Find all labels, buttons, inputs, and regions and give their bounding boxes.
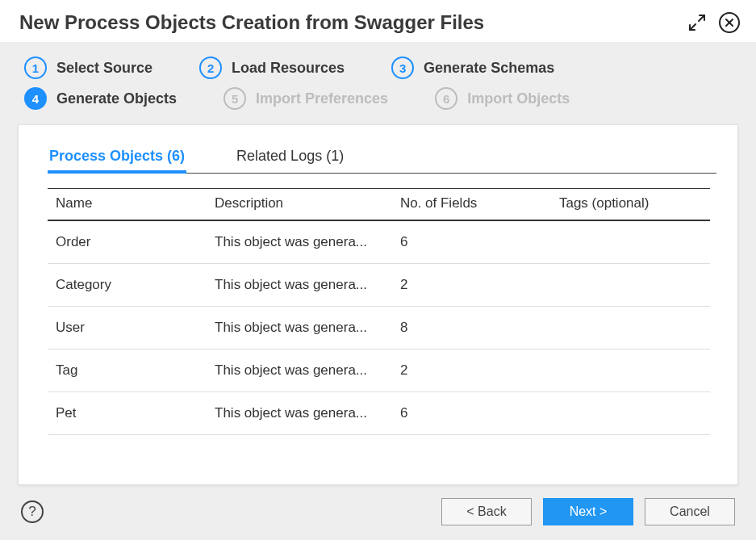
- step-label: Load Resources: [232, 60, 345, 77]
- dialog-window: New Process Objects Creation from Swagge…: [0, 0, 756, 540]
- step-label: Import Objects: [467, 90, 570, 107]
- table-header-row: Name Description No. of Fields Tags (opt…: [48, 189, 710, 221]
- step-number: 2: [199, 57, 222, 79]
- col-description-header: Description: [207, 189, 392, 221]
- step-label: Import Preferences: [256, 90, 388, 107]
- tab-process-objects[interactable]: Process Objects (6): [48, 143, 186, 173]
- table-row[interactable]: User This object was genera... 8: [48, 307, 710, 350]
- help-button[interactable]: ?: [21, 500, 44, 523]
- cell-tags: [551, 350, 710, 392]
- table-row[interactable]: Tag This object was genera... 2: [48, 350, 710, 392]
- step-number: 1: [24, 57, 47, 79]
- cell-tags: [551, 220, 710, 264]
- table-scroll[interactable]: Name Description No. of Fields Tags (opt…: [48, 188, 716, 476]
- step-number: 6: [435, 87, 457, 110]
- step-generate-schemas[interactable]: 3 Generate Schemas: [391, 57, 554, 79]
- close-icon: [719, 12, 740, 33]
- step-select-source[interactable]: 1 Select Source: [24, 57, 152, 79]
- titlebar: New Process Objects Creation from Swagge…: [0, 0, 756, 42]
- svg-line-0: [699, 15, 704, 21]
- step-number: 4: [24, 87, 47, 110]
- step-number: 5: [223, 87, 246, 110]
- dialog-footer: ? < Back Next > Cancel: [18, 485, 738, 525]
- table-row[interactable]: Order This object was genera... 6: [48, 220, 710, 264]
- cell-fields: 8: [392, 307, 551, 350]
- cell-tags: [551, 264, 710, 307]
- cell-description: This object was genera...: [207, 307, 392, 350]
- content-panel: Process Objects (6) Related Logs (1) Nam…: [18, 124, 738, 485]
- step-import-preferences: 5 Import Preferences: [223, 87, 388, 110]
- back-button[interactable]: < Back: [441, 498, 532, 525]
- wizard-stepper: 1 Select Source 2 Load Resources 3 Gener…: [18, 55, 738, 124]
- svg-line-1: [690, 24, 695, 30]
- cell-description: This object was genera...: [207, 220, 392, 264]
- cell-fields: 6: [392, 392, 551, 435]
- cell-name: Pet: [48, 392, 207, 435]
- cell-fields: 2: [392, 350, 551, 392]
- step-load-resources[interactable]: 2 Load Resources: [199, 57, 345, 79]
- cell-description: This object was genera...: [207, 392, 392, 435]
- col-name-header: Name: [48, 189, 207, 221]
- cell-name: Category: [48, 264, 207, 307]
- table-container: Name Description No. of Fields Tags (opt…: [48, 188, 716, 476]
- step-generate-objects[interactable]: 4 Generate Objects: [24, 87, 177, 110]
- cell-name: Tag: [48, 350, 207, 392]
- table-row[interactable]: Pet This object was genera... 6: [48, 392, 710, 435]
- cell-tags: [551, 392, 710, 435]
- next-button[interactable]: Next >: [543, 498, 633, 525]
- close-button[interactable]: [719, 12, 740, 33]
- col-fields-header: No. of Fields: [392, 189, 551, 221]
- step-label: Generate Schemas: [424, 60, 554, 77]
- cell-description: This object was genera...: [207, 264, 392, 307]
- cell-tags: [551, 307, 710, 350]
- step-label: Select Source: [56, 60, 152, 77]
- cell-name: Order: [48, 220, 207, 264]
- cell-name: User: [48, 307, 207, 350]
- step-label: Generate Objects: [56, 90, 177, 107]
- cell-fields: 6: [392, 220, 551, 264]
- cancel-button[interactable]: Cancel: [645, 498, 735, 525]
- tabs: Process Objects (6) Related Logs (1): [48, 143, 716, 174]
- objects-table: Name Description No. of Fields Tags (opt…: [48, 188, 710, 435]
- step-number: 3: [391, 57, 414, 79]
- dialog-title: New Process Objects Creation from Swagge…: [19, 11, 484, 34]
- cell-fields: 2: [392, 264, 551, 307]
- tab-related-logs[interactable]: Related Logs (1): [235, 143, 345, 173]
- dialog-body: 1 Select Source 2 Load Resources 3 Gener…: [0, 42, 756, 540]
- expand-icon[interactable]: [687, 12, 708, 33]
- col-tags-header: Tags (optional): [551, 189, 710, 221]
- cell-description: This object was genera...: [207, 350, 392, 392]
- table-row[interactable]: Category This object was genera... 2: [48, 264, 710, 307]
- step-import-objects: 6 Import Objects: [435, 87, 570, 110]
